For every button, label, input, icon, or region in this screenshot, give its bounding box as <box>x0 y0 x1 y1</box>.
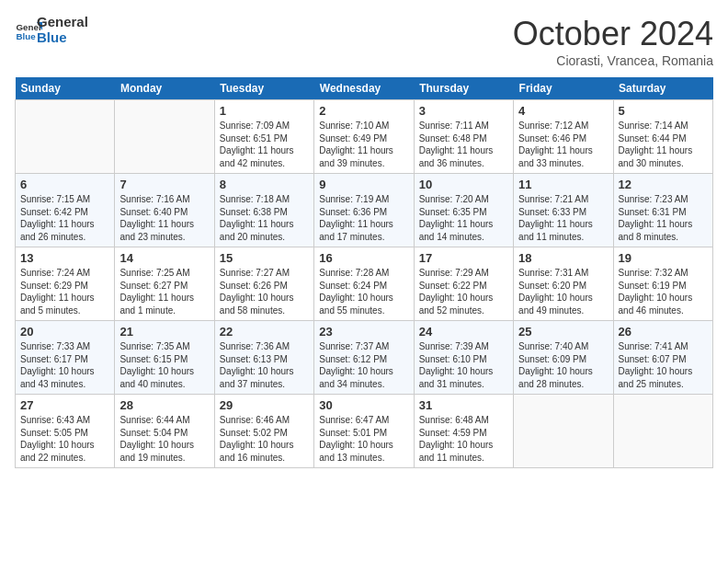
calendar-cell: 28Sunrise: 6:44 AMSunset: 5:04 PMDayligh… <box>115 395 214 468</box>
day-number: 15 <box>220 251 309 265</box>
calendar-cell: 29Sunrise: 6:46 AMSunset: 5:02 PMDayligh… <box>214 395 313 468</box>
day-content: Sunrise: 7:16 AMSunset: 6:40 PMDaylight:… <box>119 193 209 243</box>
calendar-cell: 17Sunrise: 7:29 AMSunset: 6:22 PMDayligh… <box>414 247 513 321</box>
day-content: Sunrise: 7:36 AMSunset: 6:13 PMDaylight:… <box>220 340 309 390</box>
day-content: Sunrise: 7:32 AMSunset: 6:19 PMDaylight:… <box>619 267 708 316</box>
day-content: Sunrise: 7:12 AMSunset: 6:46 PMDaylight:… <box>518 120 608 169</box>
month-title: October 2024 <box>513 15 713 53</box>
logo: General Blue General Blue <box>15 15 88 45</box>
calendar-cell: 9Sunrise: 7:19 AMSunset: 6:36 PMDaylight… <box>314 174 414 247</box>
day-content: Sunrise: 7:28 AMSunset: 6:24 PMDaylight:… <box>319 267 408 316</box>
day-content: Sunrise: 7:24 AMSunset: 6:29 PMDaylight:… <box>20 267 109 316</box>
logo-general-text: General <box>37 15 88 30</box>
calendar-week-3: 13Sunrise: 7:24 AMSunset: 6:29 PMDayligh… <box>16 247 713 321</box>
day-content: Sunrise: 7:20 AMSunset: 6:35 PMDaylight:… <box>419 193 508 243</box>
calendar-cell: 24Sunrise: 7:39 AMSunset: 6:10 PMDayligh… <box>414 321 513 395</box>
calendar-cell: 13Sunrise: 7:24 AMSunset: 6:29 PMDayligh… <box>16 247 115 321</box>
location-subtitle: Ciorasti, Vrancea, Romania <box>513 53 713 68</box>
calendar-week-5: 27Sunrise: 6:43 AMSunset: 5:05 PMDayligh… <box>16 395 713 468</box>
calendar-cell: 7Sunrise: 7:16 AMSunset: 6:40 PMDaylight… <box>115 174 214 247</box>
day-number: 5 <box>619 104 708 118</box>
weekday-header-monday: Monday <box>115 77 214 100</box>
day-number: 1 <box>220 104 309 118</box>
day-number: 8 <box>220 178 309 191</box>
title-block: October 2024 Ciorasti, Vrancea, Romania <box>513 15 713 68</box>
day-number: 24 <box>419 325 508 339</box>
calendar-cell: 5Sunrise: 7:14 AMSunset: 6:44 PMDaylight… <box>613 100 712 174</box>
calendar-cell: 10Sunrise: 7:20 AMSunset: 6:35 PMDayligh… <box>414 174 513 247</box>
day-content: Sunrise: 6:43 AMSunset: 5:05 PMDaylight:… <box>20 414 109 464</box>
day-content: Sunrise: 7:39 AMSunset: 6:10 PMDaylight:… <box>419 340 508 390</box>
day-content: Sunrise: 7:27 AMSunset: 6:26 PMDaylight:… <box>220 267 309 316</box>
calendar-week-4: 20Sunrise: 7:33 AMSunset: 6:17 PMDayligh… <box>16 321 713 395</box>
day-number: 14 <box>119 251 209 265</box>
calendar-cell: 31Sunrise: 6:48 AMSunset: 4:59 PMDayligh… <box>414 395 513 468</box>
day-content: Sunrise: 7:23 AMSunset: 6:31 PMDaylight:… <box>619 193 708 243</box>
calendar-week-1: 1Sunrise: 7:09 AMSunset: 6:51 PMDaylight… <box>16 100 713 174</box>
calendar-cell: 15Sunrise: 7:27 AMSunset: 6:26 PMDayligh… <box>214 247 313 321</box>
day-number: 20 <box>20 325 109 339</box>
calendar-cell: 26Sunrise: 7:41 AMSunset: 6:07 PMDayligh… <box>613 321 712 395</box>
calendar-cell: 6Sunrise: 7:15 AMSunset: 6:42 PMDaylight… <box>16 174 115 247</box>
day-number: 12 <box>619 178 708 191</box>
day-number: 10 <box>419 178 508 191</box>
calendar-cell: 8Sunrise: 7:18 AMSunset: 6:38 PMDaylight… <box>214 174 313 247</box>
calendar-cell: 16Sunrise: 7:28 AMSunset: 6:24 PMDayligh… <box>314 247 414 321</box>
day-content: Sunrise: 7:33 AMSunset: 6:17 PMDaylight:… <box>20 340 109 390</box>
calendar-cell: 25Sunrise: 7:40 AMSunset: 6:09 PMDayligh… <box>514 321 613 395</box>
day-number: 30 <box>319 398 408 412</box>
calendar-cell: 27Sunrise: 6:43 AMSunset: 5:05 PMDayligh… <box>16 395 115 468</box>
day-number: 9 <box>319 178 408 191</box>
day-content: Sunrise: 7:10 AMSunset: 6:49 PMDaylight:… <box>319 120 408 169</box>
day-content: Sunrise: 7:21 AMSunset: 6:33 PMDaylight:… <box>518 193 608 243</box>
day-number: 6 <box>20 178 109 191</box>
weekday-header-wednesday: Wednesday <box>314 77 414 100</box>
day-number: 21 <box>119 325 209 339</box>
calendar-cell: 2Sunrise: 7:10 AMSunset: 6:49 PMDaylight… <box>314 100 414 174</box>
day-content: Sunrise: 7:37 AMSunset: 6:12 PMDaylight:… <box>319 340 408 390</box>
day-content: Sunrise: 7:41 AMSunset: 6:07 PMDaylight:… <box>619 340 708 390</box>
calendar-cell: 3Sunrise: 7:11 AMSunset: 6:48 PMDaylight… <box>414 100 513 174</box>
day-number: 25 <box>518 325 608 339</box>
page-header: General Blue General Blue October 2024 C… <box>15 15 713 68</box>
day-number: 3 <box>419 104 508 118</box>
day-content: Sunrise: 7:18 AMSunset: 6:38 PMDaylight:… <box>220 193 309 243</box>
weekday-header-sunday: Sunday <box>16 77 115 100</box>
calendar-cell: 14Sunrise: 7:25 AMSunset: 6:27 PMDayligh… <box>115 247 214 321</box>
day-number: 18 <box>518 251 608 265</box>
day-content: Sunrise: 7:15 AMSunset: 6:42 PMDaylight:… <box>20 193 109 243</box>
day-number: 13 <box>20 251 109 265</box>
calendar-cell: 21Sunrise: 7:35 AMSunset: 6:15 PMDayligh… <box>115 321 214 395</box>
day-content: Sunrise: 6:48 AMSunset: 4:59 PMDaylight:… <box>419 414 508 464</box>
calendar-cell: 1Sunrise: 7:09 AMSunset: 6:51 PMDaylight… <box>214 100 313 174</box>
weekday-header-tuesday: Tuesday <box>214 77 313 100</box>
calendar-cell: 22Sunrise: 7:36 AMSunset: 6:13 PMDayligh… <box>214 321 313 395</box>
calendar-week-2: 6Sunrise: 7:15 AMSunset: 6:42 PMDaylight… <box>16 174 713 247</box>
day-number: 19 <box>619 251 708 265</box>
day-content: Sunrise: 6:46 AMSunset: 5:02 PMDaylight:… <box>220 414 309 464</box>
logo-blue-text: Blue <box>37 30 88 46</box>
calendar-cell: 11Sunrise: 7:21 AMSunset: 6:33 PMDayligh… <box>514 174 613 247</box>
day-content: Sunrise: 7:29 AMSunset: 6:22 PMDaylight:… <box>419 267 508 316</box>
weekday-header-row: SundayMondayTuesdayWednesdayThursdayFrid… <box>16 77 713 100</box>
day-number: 28 <box>119 398 209 412</box>
calendar-cell <box>613 395 712 468</box>
calendar-table: SundayMondayTuesdayWednesdayThursdayFrid… <box>15 77 713 468</box>
weekday-header-saturday: Saturday <box>613 77 712 100</box>
day-number: 22 <box>220 325 309 339</box>
day-content: Sunrise: 7:35 AMSunset: 6:15 PMDaylight:… <box>119 340 209 390</box>
day-content: Sunrise: 7:11 AMSunset: 6:48 PMDaylight:… <box>419 120 508 169</box>
calendar-cell: 20Sunrise: 7:33 AMSunset: 6:17 PMDayligh… <box>16 321 115 395</box>
svg-text:Blue: Blue <box>17 30 37 40</box>
calendar-cell <box>16 100 115 174</box>
day-content: Sunrise: 7:25 AMSunset: 6:27 PMDaylight:… <box>119 267 209 316</box>
calendar-cell: 23Sunrise: 7:37 AMSunset: 6:12 PMDayligh… <box>314 321 414 395</box>
day-number: 29 <box>220 398 309 412</box>
calendar-cell <box>514 395 613 468</box>
day-number: 16 <box>319 251 408 265</box>
day-content: Sunrise: 6:47 AMSunset: 5:01 PMDaylight:… <box>319 414 408 464</box>
day-number: 17 <box>419 251 508 265</box>
day-content: Sunrise: 7:14 AMSunset: 6:44 PMDaylight:… <box>619 120 708 169</box>
day-number: 2 <box>319 104 408 118</box>
day-number: 27 <box>20 398 109 412</box>
